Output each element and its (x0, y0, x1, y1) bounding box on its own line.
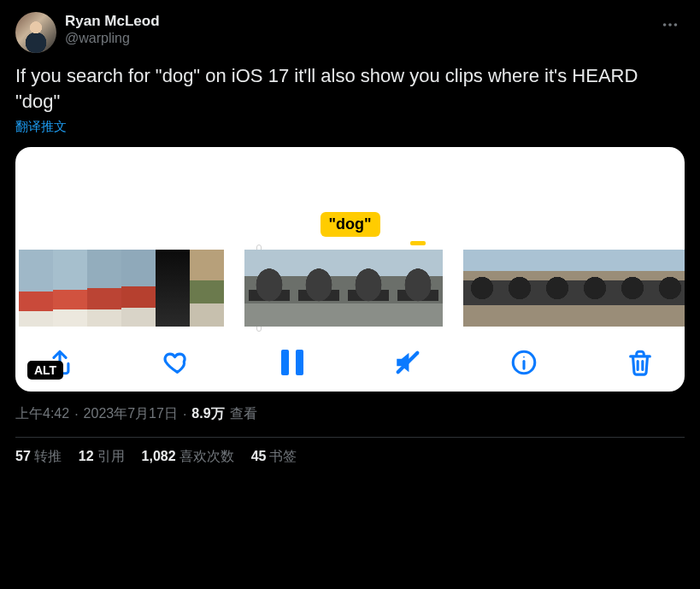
svg-point-2 (674, 23, 678, 27)
clip-frame (651, 250, 685, 327)
retweets-stat[interactable]: 57转推 (15, 448, 62, 466)
clip-frame (190, 250, 224, 327)
meta-separator: · (74, 407, 78, 422)
media-card[interactable]: "dog" (15, 147, 685, 392)
likes-stat[interactable]: 1,082喜欢次数 (142, 448, 234, 466)
svg-point-5 (523, 356, 525, 358)
tweet-container: Ryan McLeod @warpling If you search for … (0, 0, 700, 474)
clip-frame (344, 250, 393, 327)
meta-separator: · (183, 407, 186, 422)
pause-button[interactable] (275, 345, 309, 380)
clip-thumbnail-group[interactable] (244, 250, 443, 327)
tweet-time: 上午4:42 (15, 405, 69, 423)
clip-frame (294, 250, 344, 327)
clip-frame (576, 250, 614, 327)
more-options-button[interactable] (656, 12, 685, 38)
heart-icon (162, 348, 191, 377)
caption-zone: "dog" (15, 156, 685, 250)
bookmarks-stat[interactable]: 45书签 (251, 448, 297, 466)
views-count: 8.9万 (191, 405, 224, 423)
clip-frame (121, 250, 156, 327)
alt-badge[interactable]: ALT (27, 361, 63, 380)
author-block[interactable]: Ryan McLeod @warpling (65, 12, 160, 47)
author-display-name: Ryan McLeod (65, 12, 160, 30)
clip-frame (87, 250, 121, 327)
clip-frame (244, 250, 294, 327)
tweet-meta[interactable]: 上午4:42 · 2023年7月17日 · 8.9万 查看 (15, 405, 685, 423)
quotes-stat[interactable]: 12引用 (79, 448, 125, 466)
pause-icon (281, 350, 303, 375)
avatar[interactable] (15, 12, 56, 53)
tweet-date: 2023年7月17日 (84, 405, 178, 423)
clip-thumbnail-group[interactable] (463, 250, 685, 327)
divider (15, 437, 685, 438)
like-button[interactable] (159, 345, 193, 380)
clip-frame (463, 250, 501, 327)
trash-icon (626, 348, 655, 377)
tweet-text: If you search for "dog" on iOS 17 it'll … (15, 63, 685, 114)
ellipsis-icon (661, 15, 679, 34)
clip-frame (156, 250, 190, 327)
clip-frame (393, 250, 443, 327)
info-icon (509, 348, 538, 377)
svg-point-1 (668, 23, 672, 27)
caption-tick (410, 241, 426, 245)
translate-link[interactable]: 翻译推文 (15, 119, 685, 135)
clip-frame (501, 250, 538, 327)
clip-frame (53, 250, 87, 327)
stats-row: 57转推 12引用 1,082喜欢次数 45书签 (15, 448, 685, 466)
author-handle: @warpling (65, 30, 160, 47)
caption-chip: "dog" (320, 212, 379, 237)
mute-icon (393, 348, 422, 377)
clip-frame (19, 250, 53, 327)
clip-frame (538, 250, 576, 327)
clip-frame (614, 250, 651, 327)
media-toolbar (15, 327, 685, 380)
views-label: 查看 (230, 405, 257, 423)
info-button[interactable] (507, 345, 541, 380)
svg-point-0 (663, 23, 667, 27)
tweet-header: Ryan McLeod @warpling (15, 12, 685, 53)
delete-button[interactable] (623, 345, 657, 380)
mute-button[interactable] (391, 345, 425, 380)
clip-thumbnail-group[interactable] (19, 250, 224, 327)
video-timeline[interactable] (15, 250, 685, 327)
